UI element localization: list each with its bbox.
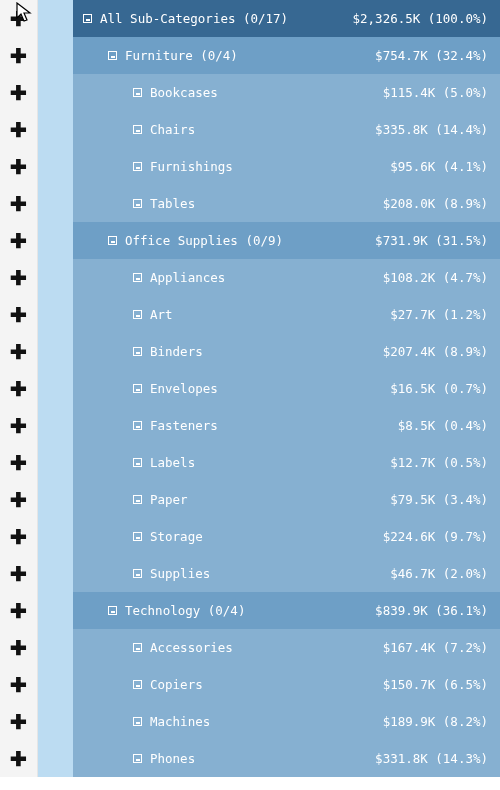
plus-icon: ✚ <box>10 46 27 66</box>
add-button[interactable]: ✚ <box>0 370 38 407</box>
tree-row[interactable]: ✚Labels$12.7K (0.5%) <box>0 444 500 481</box>
plus-icon: ✚ <box>10 120 27 140</box>
add-button[interactable]: ✚ <box>0 407 38 444</box>
tree-row[interactable]: ✚Supplies$46.7K (2.0%) <box>0 555 500 592</box>
tree-row[interactable]: ✚Furnishings$95.6K (4.1%) <box>0 148 500 185</box>
tree-row[interactable]: ✚Art$27.7K (1.2%) <box>0 296 500 333</box>
tree-row[interactable]: ✚Paper$79.5K (3.4%) <box>0 481 500 518</box>
row-value: $335.8K (14.4%) <box>375 122 488 137</box>
row-value: $2,326.5K (100.0%) <box>353 11 488 26</box>
checkbox-icon[interactable] <box>133 347 142 356</box>
checkbox-icon[interactable] <box>133 88 142 97</box>
checkbox-icon[interactable] <box>133 495 142 504</box>
row-value: $167.4K (7.2%) <box>383 640 488 655</box>
tree-row-content[interactable]: Fasteners$8.5K (0.4%) <box>73 407 500 444</box>
tree-row-content[interactable]: Paper$79.5K (3.4%) <box>73 481 500 518</box>
tree-row-content[interactable]: Accessories$167.4K (7.2%) <box>73 629 500 666</box>
checkbox-icon[interactable] <box>108 606 117 615</box>
add-button[interactable]: ✚ <box>0 74 38 111</box>
add-button[interactable]: ✚ <box>0 740 38 777</box>
tree-row[interactable]: ✚Chairs$335.8K (14.4%) <box>0 111 500 148</box>
checkbox-icon[interactable] <box>133 532 142 541</box>
tree-row-content[interactable]: Office Supplies (0/9)$731.9K (31.5%) <box>73 222 500 259</box>
checkbox-icon[interactable] <box>133 125 142 134</box>
checkbox-icon[interactable] <box>83 14 92 23</box>
row-label: Fasteners <box>150 418 218 433</box>
checkbox-icon[interactable] <box>133 754 142 763</box>
add-button[interactable]: ✚ <box>0 666 38 703</box>
tree-row-content[interactable]: All Sub-Categories (0/17)$2,326.5K (100.… <box>73 0 500 37</box>
tree-row-content[interactable]: Copiers$150.7K (6.5%) <box>73 666 500 703</box>
tree-row[interactable]: ✚Phones$331.8K (14.3%) <box>0 740 500 777</box>
tree-row[interactable]: ✚Technology (0/4)$839.9K (36.1%) <box>0 592 500 629</box>
checkbox-icon[interactable] <box>133 717 142 726</box>
tree-row-content[interactable]: Labels$12.7K (0.5%) <box>73 444 500 481</box>
checkbox-icon[interactable] <box>133 199 142 208</box>
checkbox-icon[interactable] <box>133 273 142 282</box>
add-button[interactable]: ✚ <box>0 333 38 370</box>
category-tree: ✚ All Sub-Categories (0/17)$2,326.5K (10… <box>0 0 500 777</box>
tree-row-content[interactable]: Storage$224.6K (9.7%) <box>73 518 500 555</box>
tree-row-content[interactable]: Art$27.7K (1.2%) <box>73 296 500 333</box>
tree-row[interactable]: ✚Accessories$167.4K (7.2%) <box>0 629 500 666</box>
add-button[interactable]: ✚ <box>0 111 38 148</box>
tree-row-content[interactable]: Binders$207.4K (8.9%) <box>73 333 500 370</box>
checkbox-icon[interactable] <box>133 569 142 578</box>
tree-row-content[interactable]: Phones$331.8K (14.3%) <box>73 740 500 777</box>
tree-row-content[interactable]: Supplies$46.7K (2.0%) <box>73 555 500 592</box>
plus-icon: ✚ <box>10 601 27 621</box>
checkbox-icon[interactable] <box>133 384 142 393</box>
add-button[interactable]: ✚ <box>0 555 38 592</box>
row-label: Chairs <box>150 122 195 137</box>
add-button[interactable]: ✚ <box>0 703 38 740</box>
tree-row-content[interactable]: Technology (0/4)$839.9K (36.1%) <box>73 592 500 629</box>
checkbox-icon[interactable] <box>108 51 117 60</box>
checkbox-icon[interactable] <box>133 162 142 171</box>
checkbox-icon[interactable] <box>108 236 117 245</box>
tree-row[interactable]: ✚Office Supplies (0/9)$731.9K (31.5%) <box>0 222 500 259</box>
add-button[interactable]: ✚ <box>0 518 38 555</box>
tree-row[interactable]: ✚Furniture (0/4)$754.7K (32.4%) <box>0 37 500 74</box>
checkbox-icon[interactable] <box>133 458 142 467</box>
plus-icon: ✚ <box>10 453 27 473</box>
tree-row[interactable]: ✚ All Sub-Categories (0/17)$2,326.5K (10… <box>0 0 500 37</box>
tree-row-content[interactable]: Chairs$335.8K (14.4%) <box>73 111 500 148</box>
tree-row-content[interactable]: Furniture (0/4)$754.7K (32.4%) <box>73 37 500 74</box>
add-button[interactable]: ✚ <box>0 222 38 259</box>
tree-row[interactable]: ✚Storage$224.6K (9.7%) <box>0 518 500 555</box>
add-button[interactable]: ✚ <box>0 259 38 296</box>
tree-row-content[interactable]: Furnishings$95.6K (4.1%) <box>73 148 500 185</box>
row-value: $12.7K (0.5%) <box>390 455 488 470</box>
tree-row[interactable]: ✚Bookcases$115.4K (5.0%) <box>0 74 500 111</box>
tree-row-content[interactable]: Envelopes$16.5K (0.7%) <box>73 370 500 407</box>
checkbox-icon[interactable] <box>133 421 142 430</box>
tree-row-content[interactable]: Machines$189.9K (8.2%) <box>73 703 500 740</box>
tree-row-content[interactable]: Bookcases$115.4K (5.0%) <box>73 74 500 111</box>
add-button[interactable]: ✚ <box>0 481 38 518</box>
tree-row[interactable]: ✚Envelopes$16.5K (0.7%) <box>0 370 500 407</box>
row-label: Bookcases <box>150 85 218 100</box>
checkbox-icon[interactable] <box>133 680 142 689</box>
tree-row[interactable]: ✚Copiers$150.7K (6.5%) <box>0 666 500 703</box>
add-button[interactable]: ✚ <box>0 148 38 185</box>
tree-row[interactable]: ✚Machines$189.9K (8.2%) <box>0 703 500 740</box>
checkbox-icon[interactable] <box>133 643 142 652</box>
add-button[interactable]: ✚ <box>0 185 38 222</box>
add-button[interactable]: ✚ <box>0 592 38 629</box>
row-label: Paper <box>150 492 188 507</box>
add-button[interactable]: ✚ <box>0 0 38 37</box>
add-button[interactable]: ✚ <box>0 296 38 333</box>
tree-row[interactable]: ✚Fasteners$8.5K (0.4%) <box>0 407 500 444</box>
tree-row-content[interactable]: Appliances$108.2K (4.7%) <box>73 259 500 296</box>
checkbox-icon[interactable] <box>133 310 142 319</box>
tree-spine <box>38 222 73 259</box>
row-value: $27.7K (1.2%) <box>390 307 488 322</box>
add-button[interactable]: ✚ <box>0 37 38 74</box>
tree-spine <box>38 185 73 222</box>
tree-row[interactable]: ✚Tables$208.0K (8.9%) <box>0 185 500 222</box>
add-button[interactable]: ✚ <box>0 444 38 481</box>
tree-row-content[interactable]: Tables$208.0K (8.9%) <box>73 185 500 222</box>
tree-row[interactable]: ✚Appliances$108.2K (4.7%) <box>0 259 500 296</box>
tree-row[interactable]: ✚Binders$207.4K (8.9%) <box>0 333 500 370</box>
add-button[interactable]: ✚ <box>0 629 38 666</box>
